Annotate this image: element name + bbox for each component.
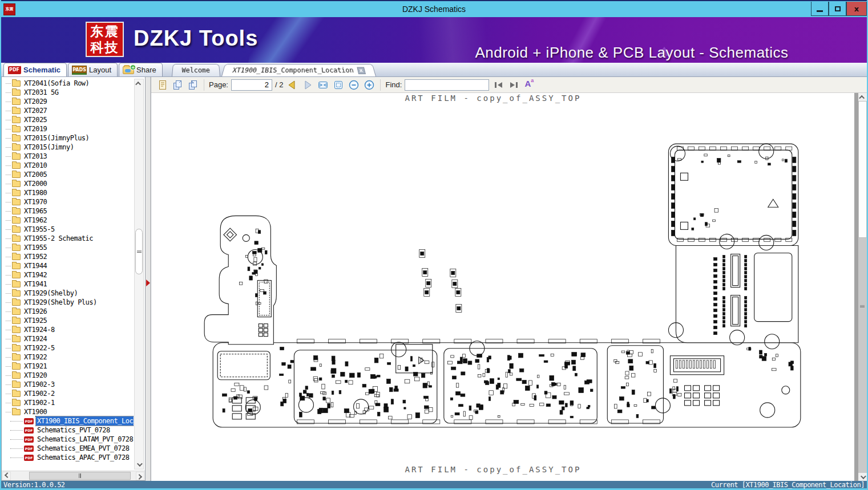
scroll-up-button[interactable] [135, 79, 143, 88]
tree-item-XT1955-5[interactable]: XT1955-5 [2, 225, 134, 234]
folder-icon [12, 236, 21, 242]
fit-page-button[interactable] [332, 79, 345, 91]
maximize-button[interactable] [829, 2, 846, 16]
zoom-out-button[interactable] [348, 79, 360, 91]
find-next-button[interactable] [507, 79, 520, 91]
tree-leader [10, 457, 23, 458]
previous-page-button[interactable] [286, 79, 298, 91]
tree-item-XT2031 5G[interactable]: XT2031 5G [2, 88, 134, 97]
single-page-view-button[interactable] [156, 79, 168, 91]
tree-item-XT1926[interactable]: XT1926 [2, 307, 134, 316]
tab-schematic[interactable]: PDF Schematic [3, 63, 67, 76]
find-input[interactable] [405, 79, 489, 91]
find-previous-button[interactable] [492, 79, 504, 91]
tab-layout[interactable]: PADS Layout [68, 63, 118, 76]
tree-item-XT1902-2[interactable]: XT1902-2 [2, 389, 134, 398]
scroll-down-button[interactable] [858, 473, 867, 481]
tree-item-XT1955[interactable]: XT1955 [2, 243, 134, 252]
tree-leader [10, 448, 23, 449]
tree-item-XT1902-3[interactable]: XT1902-3 [2, 380, 134, 389]
doc-tab-active[interactable]: XT1900_IBIS_Component_Location x [221, 64, 376, 76]
tree-item-XT1929(Shelby)[interactable]: XT1929(Shelby) [2, 289, 134, 298]
tree-leader [6, 138, 11, 139]
document-area: Page: / 2 [151, 77, 867, 481]
chevron-down-icon [137, 461, 143, 467]
tree-item-XT2041(Sofia Row)[interactable]: XT2041(Sofia Row) [2, 79, 134, 88]
folder-icon [12, 172, 21, 178]
continuous-view-button[interactable] [171, 79, 184, 91]
tree-item-XT1902-1[interactable]: XT1902-1 [2, 398, 134, 407]
tree-item-XT1965[interactable]: XT1965 [2, 206, 134, 216]
document-vertical-scrollbar[interactable] [858, 93, 867, 481]
tree-leader [6, 184, 11, 184]
tree-item-Schematics_APAC_PVT_0728[interactable]: PDFSchematics_APAC_PVT_0728 [2, 453, 134, 462]
tree-leader [6, 238, 11, 239]
tree-item-XT1944[interactable]: XT1944 [2, 261, 134, 270]
doc-tab-close-icon[interactable]: x [357, 67, 366, 74]
sidebar-vertical-scrollbar[interactable] [134, 79, 144, 469]
tree-item-XT1900[interactable]: XT1900 [2, 407, 134, 416]
tree-item-XT2027[interactable]: XT2027 [2, 106, 134, 115]
tree-item-XT1952[interactable]: XT1952 [2, 252, 134, 261]
tree-item-XT2015(Jimny)[interactable]: XT2015(Jimny) [2, 143, 134, 152]
splitter-collapse-arrow-icon[interactable] [146, 280, 150, 286]
page-edge-shadow [854, 93, 858, 481]
scroll-down-button[interactable] [135, 460, 143, 469]
tree-item-XT2010[interactable]: XT2010 [2, 161, 134, 170]
tree-leader [6, 348, 11, 349]
tree-leader [6, 321, 11, 321]
scroll-left-button[interactable] [2, 472, 11, 480]
fit-width-button[interactable] [317, 79, 329, 91]
tree-item-XT1921[interactable]: XT1921 [2, 362, 134, 371]
tree-item-Schematics_EMEA_PVT_0728[interactable]: PDFSchematics_EMEA_PVT_0728 [2, 444, 134, 453]
scroll-up-button[interactable] [858, 93, 867, 101]
tree-item-XT1920[interactable]: XT1920 [2, 371, 134, 380]
page-number-input[interactable] [231, 79, 272, 91]
tree-leader [10, 421, 23, 422]
tree-item-XT1900_IBIS_Component_Location[interactable]: PDFXT1900_IBIS_Component_Location [2, 416, 134, 426]
tree-item-XT1922[interactable]: XT1922 [2, 353, 134, 362]
tree-item-XT2005[interactable]: XT2005 [2, 170, 134, 179]
floating-components [419, 249, 462, 312]
scrollbar-thumb[interactable] [29, 472, 131, 480]
pages-icon [172, 79, 183, 91]
match-case-button[interactable]: Aa [523, 79, 535, 91]
tree-item-XT2019[interactable]: XT2019 [2, 124, 134, 133]
tree-item-XT2029[interactable]: XT2029 [2, 97, 134, 106]
tree-item-XT1955-2 Schematic[interactable]: XT1955-2 Schematic [2, 234, 134, 243]
tree-item-XT2000[interactable]: XT2000 [2, 179, 134, 188]
scroll-right-button[interactable] [136, 472, 144, 480]
panel-splitter[interactable] [146, 77, 151, 481]
scrollbar-thumb[interactable] [858, 101, 867, 238]
tree-item-XT2025[interactable]: XT2025 [2, 115, 134, 124]
facing-view-button[interactable] [187, 79, 199, 91]
tree-leader [6, 175, 11, 175]
tree-item-XT1980[interactable]: XT1980 [2, 188, 134, 197]
tree-item-XT1924-8[interactable]: XT1924-8 [2, 325, 134, 334]
tree-item-Schematics_LATAM_PVT_0728[interactable]: PDFSchematics_LATAM_PVT_0728 [2, 435, 134, 444]
tree-leader [6, 375, 11, 376]
page-label: Page: [209, 80, 228, 89]
tree-item-Schematics_PVT_0728[interactable]: PDFSchematics_PVT_0728 [2, 426, 134, 435]
minimize-button[interactable] [811, 2, 829, 16]
pdf-canvas[interactable]: ART FILM - copy_of_ASSY_TOP ART FILM - c… [151, 93, 854, 481]
doc-tab-welcome[interactable]: Welcome [172, 64, 220, 76]
chevron-left-icon [5, 472, 10, 478]
tree-item-XT1929(Shelby Plus)[interactable]: XT1929(Shelby Plus) [2, 298, 134, 307]
tree-item-XT2015(JimnyPlus)[interactable]: XT2015(JimnyPlus) [2, 133, 134, 143]
tab-share[interactable]: + Share [119, 63, 163, 76]
next-page-button[interactable] [301, 79, 314, 91]
tree-item-XT1942[interactable]: XT1942 [2, 270, 134, 280]
document-viewport[interactable]: ART FILM - copy_of_ASSY_TOP ART FILM - c… [151, 93, 867, 481]
tree-item-XT1925[interactable]: XT1925 [2, 316, 134, 325]
zoom-in-button[interactable] [363, 79, 376, 91]
tree-item-XT1962[interactable]: XT1962 [2, 216, 134, 225]
tree-item-XT1924[interactable]: XT1924 [2, 334, 134, 343]
tree-item-XT1970[interactable]: XT1970 [2, 197, 134, 206]
scrollbar-thumb[interactable] [135, 229, 143, 274]
tree-item-XT2013[interactable]: XT2013 [2, 152, 134, 161]
tree-item-XT1922-5[interactable]: XT1922-5 [2, 343, 134, 353]
tree-item-XT1941[interactable]: XT1941 [2, 280, 134, 289]
close-button[interactable]: x [846, 2, 867, 16]
sidebar-horizontal-scrollbar[interactable] [2, 471, 145, 480]
